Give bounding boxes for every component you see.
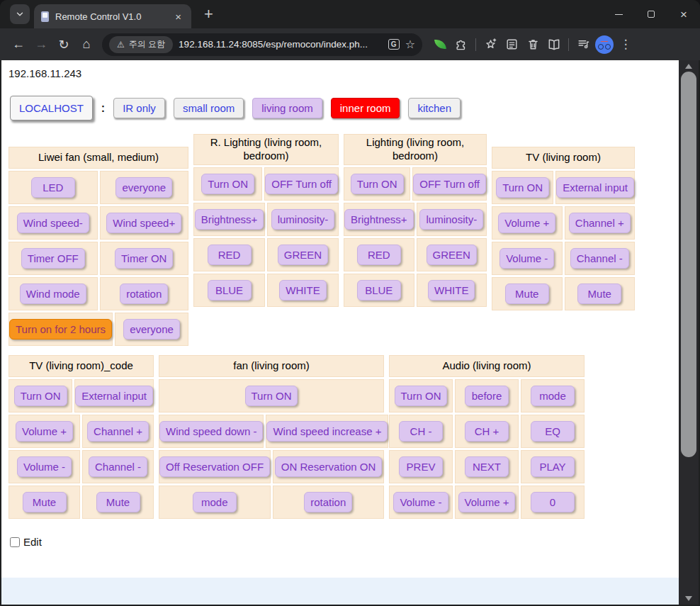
bookmark-star-icon[interactable]: ☆ <box>405 38 415 51</box>
brightness-button[interactable]: Brightness+ <box>344 209 414 230</box>
next-button[interactable]: NEXT <box>465 456 509 477</box>
rotation-button[interactable]: rotation <box>120 284 168 304</box>
back-icon[interactable]: ← <box>7 33 30 56</box>
media-queue-icon[interactable] <box>572 34 594 55</box>
maximize-button[interactable] <box>635 0 667 28</box>
turn-on-button[interactable]: Turn ON <box>201 174 254 194</box>
turn-on-for-2-hours-button[interactable]: Turn on for 2 hours <box>9 319 112 340</box>
edit-checkbox[interactable] <box>10 537 20 547</box>
red-button[interactable]: RED <box>357 245 401 265</box>
volume-button[interactable]: Volume - <box>393 492 448 512</box>
tab-close-icon[interactable]: × <box>172 10 184 23</box>
small-room-button[interactable]: small room <box>174 98 244 118</box>
wind-speed-button[interactable]: Wind speed+ <box>106 213 181 233</box>
red-button[interactable]: RED <box>208 245 252 265</box>
mode-button[interactable]: mode <box>193 492 237 512</box>
wind-speed-increase-button[interactable]: Wind speed increase + <box>266 421 388 442</box>
volume-button[interactable]: Volume + <box>458 492 516 512</box>
white-button[interactable]: WHITE <box>428 280 475 301</box>
volume-button[interactable]: Volume + <box>498 213 555 233</box>
close-button[interactable]: × <box>667 0 700 28</box>
scroll-up-arrow-icon[interactable] <box>685 64 692 69</box>
bookmark-sparkle-icon[interactable] <box>480 34 501 55</box>
turn-on-button[interactable]: Turn ON <box>496 177 549 198</box>
timer-on-button[interactable]: Timer ON <box>115 248 173 269</box>
blue-button[interactable]: BLUE <box>357 280 401 301</box>
turn-on-button[interactable]: Turn ON <box>14 386 67 406</box>
channel-button[interactable]: Channel + <box>87 421 149 442</box>
wind-speed-button[interactable]: Wind speed- <box>17 213 89 233</box>
wind-mode-button[interactable]: Wind mode <box>20 284 86 304</box>
prev-button[interactable]: PREV <box>399 456 443 477</box>
volume-button[interactable]: Volume - <box>17 456 72 477</box>
reading-mode-icon[interactable] <box>543 34 565 55</box>
kitchen-button[interactable]: kitchen <box>408 98 461 118</box>
translate-icon[interactable]: G <box>388 39 400 50</box>
turn-on-button[interactable]: Turn ON <box>245 386 298 406</box>
delete-icon[interactable] <box>522 34 543 55</box>
localhost-button[interactable]: LOCALHOST <box>10 96 93 120</box>
green-button[interactable]: GREEN <box>427 245 477 265</box>
new-tab-button[interactable]: + <box>200 5 218 23</box>
ir-only-button[interactable]: IR only <box>113 98 165 118</box>
external-input-button[interactable]: External input <box>556 177 634 198</box>
brightness-button[interactable]: Brightness+ <box>195 209 264 230</box>
security-chip[interactable]: ⚠ 주의 요함 <box>109 36 173 53</box>
luminosity-button[interactable]: luminosity- <box>271 209 335 230</box>
off-reservation-off-button[interactable]: Off Reservation OFF <box>159 456 270 477</box>
white-button[interactable]: WHITE <box>279 280 326 301</box>
home-icon[interactable]: ⌂ <box>75 33 98 56</box>
channel-button[interactable]: Channel + <box>569 213 631 233</box>
mute-button[interactable]: Mute <box>96 492 140 512</box>
ch-button[interactable]: CH - <box>399 421 443 442</box>
luminosity-button[interactable]: luminosity- <box>419 209 483 230</box>
leaf-extension-icon[interactable] <box>429 34 451 55</box>
tab-title: Remote Control V1.0 <box>55 11 166 22</box>
channel-button[interactable]: Channel - <box>570 248 629 269</box>
panel-cell: Volume - <box>9 450 80 483</box>
off-turn-off-button[interactable]: OFF Turn off <box>265 174 338 194</box>
0-button[interactable]: 0 <box>531 492 575 512</box>
living-room-button[interactable]: living room <box>252 98 322 118</box>
mute-button[interactable]: Mute <box>23 492 67 512</box>
blue-button[interactable]: BLUE <box>208 280 252 301</box>
external-input-button[interactable]: External input <box>75 386 153 406</box>
tab-search-button[interactable] <box>10 4 30 24</box>
rotation-button[interactable]: rotation <box>304 492 352 512</box>
wind-speed-down-button[interactable]: Wind speed down - <box>159 421 263 442</box>
minimize-button[interactable] <box>602 0 635 28</box>
panel-cell: before <box>455 379 519 413</box>
ch-button[interactable]: CH + <box>465 421 509 442</box>
mute-button[interactable]: Mute <box>505 284 549 304</box>
eq-button[interactable]: EQ <box>531 421 575 442</box>
scroll-down-arrow-icon[interactable] <box>685 596 692 601</box>
on-reservation-on-button[interactable]: ON Reservation ON <box>275 456 382 477</box>
everyone-button[interactable]: everyone <box>115 177 172 198</box>
channel-button[interactable]: Channel - <box>89 456 147 477</box>
timer-off-button[interactable]: Timer OFF <box>21 248 85 269</box>
address-bar[interactable]: ⚠ 주의 요함 192.168.11.24:8085/esp/remocon/i… <box>102 33 422 56</box>
extensions-puzzle-icon[interactable] <box>451 34 472 55</box>
forward-icon[interactable]: → <box>30 33 52 56</box>
inner-room-button[interactable]: inner room <box>331 98 400 118</box>
turn-on-button[interactable]: Turn ON <box>395 386 448 406</box>
profile-avatar[interactable] <box>594 34 615 55</box>
vertical-scrollbar[interactable] <box>679 60 699 605</box>
everyone-button[interactable]: everyone <box>123 319 180 340</box>
green-button[interactable]: GREEN <box>278 245 328 265</box>
before-button[interactable]: before <box>465 386 509 406</box>
panel-cell: Mute <box>9 486 80 519</box>
volume-button[interactable]: Volume - <box>499 248 554 269</box>
led-button[interactable]: LED <box>31 177 75 198</box>
turn-on-button[interactable]: Turn ON <box>351 174 404 194</box>
volume-button[interactable]: Volume + <box>16 421 73 442</box>
browser-tab[interactable]: Remote Control V1.0 × <box>34 4 191 28</box>
play-button[interactable]: PLAY <box>531 456 575 477</box>
reading-list-icon[interactable] <box>501 34 522 55</box>
reload-icon[interactable]: ↻ <box>52 33 75 56</box>
scrollbar-thumb[interactable] <box>681 72 696 457</box>
mute-button[interactable]: Mute <box>577 284 621 304</box>
menu-kebab-icon[interactable]: ⋮ <box>615 34 636 55</box>
off-turn-off-button[interactable]: OFF Turn off <box>413 174 486 194</box>
mode-button[interactable]: mode <box>531 386 575 406</box>
